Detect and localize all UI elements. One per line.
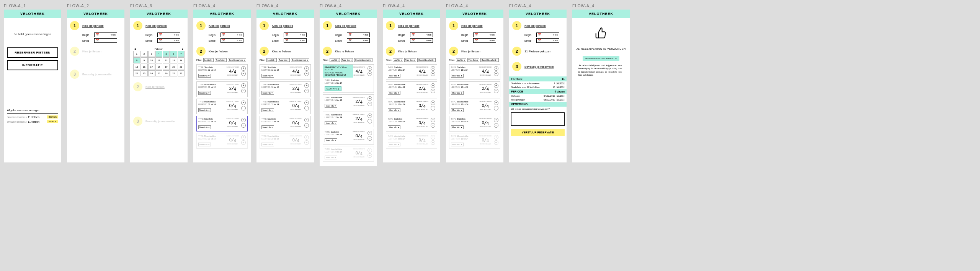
plus-button[interactable]: + [494, 118, 498, 122]
meer-info-button[interactable]: Meer info ▼ [325, 156, 337, 159]
begin-input[interactable]: 📅4 feb [284, 32, 307, 37]
einde-input[interactable]: 📅8 feb [284, 38, 307, 43]
filter-type[interactable]: Type fiets ▾ [215, 58, 227, 62]
minus-button[interactable]: − [368, 153, 372, 158]
plus-button[interactable]: + [494, 101, 498, 105]
wijzig-button[interactable]: WIJZIG [556, 95, 565, 97]
cal-day[interactable]: 25 [155, 70, 162, 76]
minus-button[interactable]: − [368, 119, 372, 123]
begin-input[interactable]: 📅4 feb [410, 32, 433, 37]
meer-info-button[interactable]: Meer info ▼ [325, 121, 337, 125]
comment-input[interactable] [511, 112, 565, 126]
cal-day[interactable]: 1 [133, 51, 140, 57]
filter-leeftijd[interactable]: Leeftijd ▾ [266, 58, 277, 62]
cal-day[interactable]: 23 [140, 70, 147, 76]
plus-button[interactable]: + [494, 66, 498, 71]
plus-button[interactable]: + [241, 83, 246, 88]
minus-button[interactable]: − [494, 140, 498, 145]
filter-beschikbaarheid[interactable]: Beschikbaarheid ▾ [291, 58, 309, 62]
cal-day[interactable]: 24 [148, 70, 155, 76]
filter-type[interactable]: Type fiets ▾ [404, 58, 416, 62]
cal-day[interactable]: 12 [163, 57, 170, 63]
cal-day[interactable]: 16 [140, 64, 147, 70]
plus-button[interactable]: + [241, 101, 246, 105]
minus-button[interactable]: − [368, 136, 372, 141]
plus-button[interactable]: + [368, 114, 372, 118]
meer-info-button[interactable]: Meer info ▼ [261, 74, 274, 78]
plus-button[interactable]: + [241, 135, 246, 140]
plus-button[interactable]: + [304, 101, 309, 105]
filter-type[interactable]: Type fiets ▾ [341, 58, 353, 62]
meer-info-button[interactable]: Meer info ▼ [451, 74, 464, 78]
meer-info-button[interactable]: Meer info ▼ [388, 143, 400, 146]
cal-day[interactable]: 9 [140, 57, 147, 63]
minus-button[interactable]: − [304, 123, 309, 128]
cal-day[interactable]: 20 [170, 64, 177, 70]
filter-beschikbaarheid[interactable]: Beschikbaarheid ▾ [354, 58, 372, 62]
einde-input[interactable]: 📅8 feb [410, 38, 433, 43]
plus-button[interactable]: + [368, 96, 372, 101]
meer-info-button[interactable]: Meer info ▼ [198, 143, 211, 146]
einde-input[interactable]: 📅8 feb [347, 38, 370, 43]
begin-input[interactable]: 📅4 feb [220, 32, 243, 37]
filter-leeftijd[interactable]: Leeftijd ▾ [393, 58, 403, 62]
cal-day[interactable]: 27 [170, 70, 177, 76]
cal-day[interactable]: 18 [155, 64, 162, 70]
minus-button[interactable]: − [241, 71, 246, 76]
minus-button[interactable]: − [431, 71, 435, 76]
minus-button[interactable]: − [431, 89, 435, 93]
cal-day[interactable]: 14 [178, 57, 185, 63]
einde-input[interactable]: 📅 [94, 38, 117, 43]
meer-info-button[interactable]: Meer info ▼ [198, 125, 211, 129]
minus-button[interactable]: − [304, 89, 309, 93]
cal-day[interactable]: 13 [170, 57, 177, 63]
cal-prev[interactable]: ◀ [134, 47, 136, 50]
cal-day[interactable]: 28 [178, 70, 185, 76]
filter-leeftijd[interactable]: Leeftijd ▾ [330, 58, 340, 62]
plus-button[interactable]: + [431, 83, 435, 88]
filter-beschikbaarheid[interactable]: Beschikbaarheid ▾ [480, 58, 498, 62]
plus-button[interactable]: + [241, 66, 246, 71]
bekijk-button[interactable]: BEKIJK [47, 120, 58, 123]
plus-button[interactable]: + [304, 83, 309, 88]
meer-info-button[interactable]: Meer info ▼ [451, 125, 464, 129]
minus-button[interactable]: − [241, 106, 246, 110]
cal-day[interactable]: 11 [155, 57, 162, 63]
begin-input[interactable]: 📅4 feb [347, 32, 370, 37]
minus-button[interactable]: − [494, 89, 498, 93]
meer-info-button[interactable]: Meer info ▼ [388, 125, 400, 129]
plus-button[interactable]: + [431, 66, 435, 71]
minus-button[interactable]: − [494, 123, 498, 128]
plus-button[interactable]: + [368, 66, 372, 71]
filter-type[interactable]: Type fiets ▾ [278, 58, 290, 62]
cal-day[interactable]: 4 [155, 51, 162, 57]
sluit-info-button[interactable]: SLUIT INFO ▲ [325, 86, 341, 91]
begin-input[interactable]: 📅4 feb [94, 32, 117, 37]
plus-button[interactable]: + [304, 118, 309, 122]
filter-beschikbaarheid[interactable]: Beschikbaarheid ▾ [417, 58, 435, 62]
cal-day[interactable]: 17 [148, 64, 155, 70]
plus-button[interactable]: + [304, 135, 309, 140]
plus-button[interactable]: + [431, 135, 435, 140]
plus-button[interactable]: + [494, 135, 498, 140]
minus-button[interactable]: − [494, 71, 498, 76]
cal-day[interactable]: 19 [163, 64, 170, 70]
cal-next[interactable]: ▶ [182, 47, 184, 50]
meer-info-button[interactable]: Meer info ▼ [451, 143, 464, 146]
info-button[interactable]: INFORMATIE [7, 60, 58, 70]
plus-button[interactable]: + [431, 101, 435, 105]
meer-info-button[interactable]: Meer info ▼ [261, 91, 274, 95]
begin-input[interactable]: 📅4 feb [157, 32, 180, 37]
plus-button[interactable]: + [304, 66, 309, 71]
cal-day[interactable]: 5 [163, 51, 170, 57]
minus-button[interactable]: − [431, 106, 435, 110]
meer-info-button[interactable]: Meer info ▼ [451, 108, 464, 112]
meer-info-button[interactable]: Meer info ▼ [451, 91, 464, 95]
cal-day[interactable]: 7 [178, 51, 185, 57]
wijzig-button[interactable]: WIJZIG [556, 99, 565, 101]
meer-info-button[interactable]: Meer info ▼ [261, 125, 274, 129]
meer-info-button[interactable]: Meer info ▼ [198, 91, 211, 95]
wijzig-button[interactable]: WIJZIG [556, 82, 565, 84]
filter-leeftijd[interactable]: Leeftijd ▾ [456, 58, 466, 62]
begin-input[interactable]: 📅4 feb [473, 32, 496, 37]
